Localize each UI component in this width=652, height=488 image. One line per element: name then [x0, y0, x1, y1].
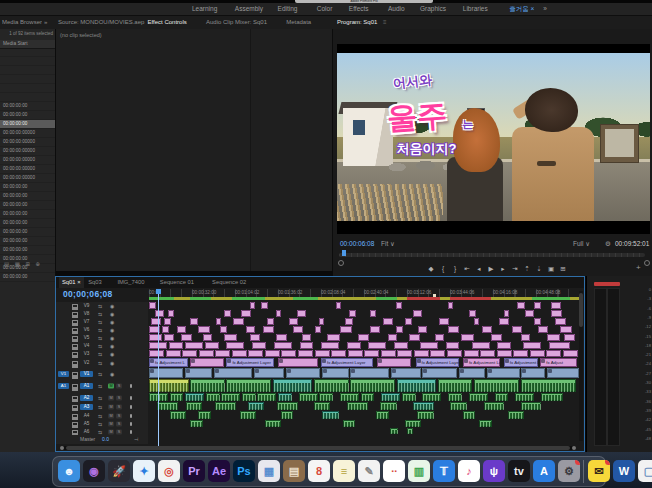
video-clip[interactable] — [563, 350, 578, 357]
video-clip[interactable] — [281, 350, 296, 357]
dock-music-icon[interactable]: ♪ — [458, 460, 480, 482]
video-clip[interactable] — [549, 342, 571, 349]
mute-button[interactable]: M — [108, 422, 114, 427]
audio-clip[interactable] — [463, 411, 475, 419]
video-clip[interactable] — [181, 334, 192, 341]
sync-lock-icon[interactable]: ⇆ — [98, 413, 102, 418]
video-clip[interactable] — [472, 342, 490, 349]
video-clip[interactable] — [169, 342, 183, 349]
clip-indicator[interactable] — [594, 282, 620, 286]
lift-button[interactable]: ⇡ — [521, 263, 533, 275]
solo-button[interactable]: S — [116, 413, 122, 418]
lock-icon[interactable] — [72, 430, 78, 434]
audio-clip[interactable] — [474, 379, 519, 392]
dock-numbers-icon[interactable]: ▥ — [408, 460, 430, 482]
sync-lock-icon[interactable]: ⇆ — [98, 429, 102, 434]
project-item-row[interactable]: 00:00:00:00 — [0, 183, 55, 192]
audio-clip[interactable] — [484, 402, 505, 410]
project-item-row[interactable]: 00:00:00:00 — [0, 219, 55, 228]
tab-audio-clip-mixer-sq01[interactable]: Audio Clip Mixer: Sq01 — [206, 16, 267, 29]
video-clip[interactable] — [370, 310, 375, 317]
dock-contacts-icon[interactable]: ▤ — [283, 460, 305, 482]
video-clip[interactable] — [413, 310, 422, 317]
audio-clip[interactable] — [226, 379, 271, 392]
audio-clip[interactable] — [170, 393, 184, 401]
video-clip[interactable] — [391, 368, 421, 378]
solo-button[interactable]: S — [116, 429, 122, 434]
video-clip[interactable] — [396, 326, 403, 333]
audio-clip[interactable] — [515, 393, 534, 401]
audio-clip[interactable] — [521, 379, 577, 392]
project-item-row[interactable]: 00:00:00:00 — [0, 192, 55, 201]
video-clip[interactable] — [350, 368, 389, 378]
video-clip[interactable] — [190, 358, 224, 367]
step-back-button[interactable]: ◂ — [473, 263, 485, 275]
video-clip[interactable] — [149, 368, 183, 378]
audio-clip[interactable] — [190, 379, 224, 392]
video-clip[interactable] — [538, 326, 547, 333]
sync-lock-icon[interactable]: ⇆ — [98, 328, 102, 333]
video-clip[interactable] — [430, 350, 445, 357]
playback-resolution-dropdown[interactable]: Full ∨ — [573, 237, 590, 250]
mute-button[interactable]: M — [108, 384, 114, 389]
video-clip[interactable] — [525, 310, 534, 317]
panel-overflow-icon[interactable]: » — [44, 16, 47, 29]
source-patch-a1[interactable]: A1 — [58, 383, 69, 389]
lock-icon[interactable] — [72, 422, 78, 426]
video-clip[interactable] — [347, 342, 361, 349]
video-clip[interactable] — [546, 350, 561, 357]
project-item-row[interactable] — [0, 57, 55, 66]
lock-icon[interactable] — [72, 396, 78, 400]
video-clip[interactable] — [422, 368, 456, 378]
sync-lock-icon[interactable]: ⇆ — [98, 395, 102, 400]
panel-menu-icon[interactable]: ≡ — [383, 16, 387, 29]
mark-out-button[interactable]: } — [449, 263, 461, 275]
toggle-track-output-icon[interactable]: ◉ — [110, 371, 114, 376]
track-name-v5[interactable]: V5 — [80, 335, 93, 341]
audio-clip[interactable] — [340, 393, 359, 401]
audio-clip[interactable] — [438, 379, 472, 392]
video-clip[interactable] — [534, 302, 541, 309]
master-gain-value[interactable]: 0.0 — [102, 435, 109, 444]
dock-keynote-icon[interactable]: 𝕋 — [433, 460, 455, 482]
audio-clip[interactable] — [257, 393, 276, 401]
mute-button[interactable]: M — [108, 413, 114, 418]
audio-clip[interactable] — [248, 402, 264, 410]
dock-premiere-icon[interactable]: Pr — [183, 460, 205, 482]
project-item-row[interactable] — [0, 93, 55, 102]
video-clip[interactable] — [464, 350, 479, 357]
dock-chrome-icon[interactable]: ◎ — [158, 460, 180, 482]
timeline-current-timecode[interactable]: 00;00;06;08 — [63, 289, 113, 299]
zoom-level-dropdown[interactable]: Fit ∨ — [381, 237, 395, 250]
video-clip[interactable] — [246, 326, 255, 333]
video-clip[interactable] — [164, 334, 173, 341]
audio-clip[interactable] — [278, 393, 292, 401]
video-clip[interactable] — [497, 350, 512, 357]
project-footer-icons[interactable]: ▤ ▦ ⊞ ⊕ — [0, 261, 59, 270]
audio-clip[interactable] — [157, 402, 178, 410]
add-marker-button[interactable]: ◆ — [425, 263, 437, 275]
video-clip[interactable] — [439, 318, 448, 325]
mute-button[interactable]: M — [108, 429, 114, 434]
sequence-tab-sequence-01[interactable]: Sequence 01 — [160, 277, 194, 288]
audio-clip[interactable] — [277, 402, 298, 410]
video-clip[interactable] — [345, 318, 354, 325]
mark-in-button[interactable]: { — [437, 263, 449, 275]
workspace-tab-graphics[interactable]: Graphics — [420, 3, 446, 15]
project-item-row[interactable]: 00:00:00:00 — [0, 246, 55, 255]
audio-clip[interactable] — [343, 420, 355, 427]
track-name-v2[interactable]: V2 — [80, 360, 93, 366]
video-clip[interactable] — [215, 350, 230, 357]
audio-clip[interactable] — [361, 393, 375, 401]
project-item-row[interactable]: 00:00:00:00 — [0, 111, 55, 120]
video-clip[interactable] — [289, 318, 298, 325]
video-clip[interactable] — [547, 334, 560, 341]
video-clip[interactable] — [205, 342, 219, 349]
lock-icon[interactable] — [72, 352, 78, 356]
video-clip[interactable] — [250, 334, 259, 341]
lock-icon[interactable] — [72, 312, 78, 316]
video-clip[interactable] — [448, 326, 459, 333]
project-item-row[interactable]: 00:00:00:00 — [0, 237, 55, 246]
video-clip[interactable] — [370, 326, 379, 333]
sync-lock-icon[interactable]: ⇆ — [98, 312, 102, 317]
